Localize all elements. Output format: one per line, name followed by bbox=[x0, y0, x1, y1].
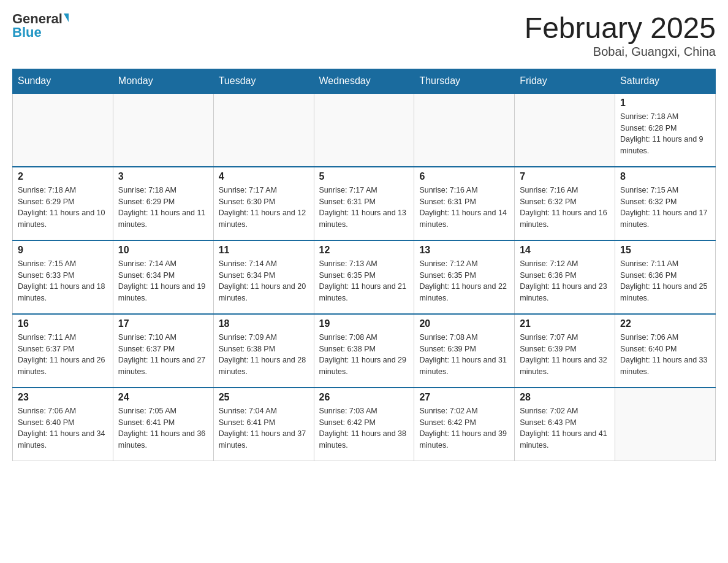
calendar-cell: 22Sunrise: 7:06 AMSunset: 6:40 PMDayligh… bbox=[615, 314, 716, 388]
day-info: Sunrise: 7:02 AMSunset: 6:42 PMDaylight:… bbox=[419, 405, 509, 451]
calendar-cell: 27Sunrise: 7:02 AMSunset: 6:42 PMDayligh… bbox=[414, 388, 515, 461]
day-of-week-header: Friday bbox=[515, 69, 615, 93]
day-number: 27 bbox=[419, 392, 509, 403]
day-info: Sunrise: 7:18 AMSunset: 6:29 PMDaylight:… bbox=[18, 185, 108, 231]
day-of-week-header: Thursday bbox=[414, 69, 515, 93]
day-number: 15 bbox=[620, 245, 710, 256]
day-number: 13 bbox=[419, 245, 509, 256]
day-number: 12 bbox=[319, 245, 409, 256]
calendar-cell: 26Sunrise: 7:03 AMSunset: 6:42 PMDayligh… bbox=[314, 388, 414, 461]
page-header: General Blue February 2025 Bobai, Guangx… bbox=[12, 12, 716, 59]
day-info: Sunrise: 7:04 AMSunset: 6:41 PMDaylight:… bbox=[219, 405, 309, 451]
day-of-week-header: Sunday bbox=[13, 69, 113, 93]
week-row: 2Sunrise: 7:18 AMSunset: 6:29 PMDaylight… bbox=[13, 167, 716, 240]
day-number: 7 bbox=[520, 171, 610, 182]
day-info: Sunrise: 7:14 AMSunset: 6:34 PMDaylight:… bbox=[219, 258, 309, 304]
calendar-cell: 10Sunrise: 7:14 AMSunset: 6:34 PMDayligh… bbox=[113, 240, 213, 314]
day-info: Sunrise: 7:18 AMSunset: 6:28 PMDaylight:… bbox=[620, 111, 710, 157]
day-number: 6 bbox=[419, 171, 509, 182]
day-number: 5 bbox=[319, 171, 409, 182]
calendar-cell: 25Sunrise: 7:04 AMSunset: 6:41 PMDayligh… bbox=[213, 388, 314, 461]
week-row: 23Sunrise: 7:06 AMSunset: 6:40 PMDayligh… bbox=[13, 388, 716, 461]
calendar-cell: 3Sunrise: 7:18 AMSunset: 6:29 PMDaylight… bbox=[113, 167, 213, 240]
calendar-cell bbox=[113, 93, 213, 167]
logo-blue-text: Blue bbox=[12, 26, 42, 39]
calendar-cell: 13Sunrise: 7:12 AMSunset: 6:35 PMDayligh… bbox=[414, 240, 515, 314]
calendar-cell: 6Sunrise: 7:16 AMSunset: 6:31 PMDaylight… bbox=[414, 167, 515, 240]
day-number: 17 bbox=[118, 318, 208, 329]
day-number: 22 bbox=[620, 318, 710, 329]
calendar-cell: 19Sunrise: 7:08 AMSunset: 6:38 PMDayligh… bbox=[314, 314, 414, 388]
day-info: Sunrise: 7:18 AMSunset: 6:29 PMDaylight:… bbox=[118, 185, 208, 231]
calendar-cell bbox=[615, 388, 716, 461]
month-title: February 2025 bbox=[525, 12, 716, 45]
calendar-cell bbox=[515, 93, 615, 167]
calendar-cell bbox=[414, 93, 515, 167]
day-info: Sunrise: 7:14 AMSunset: 6:34 PMDaylight:… bbox=[118, 258, 208, 304]
day-info: Sunrise: 7:16 AMSunset: 6:31 PMDaylight:… bbox=[419, 185, 509, 231]
day-number: 8 bbox=[620, 171, 710, 182]
day-info: Sunrise: 7:02 AMSunset: 6:43 PMDaylight:… bbox=[520, 405, 610, 451]
calendar-cell: 5Sunrise: 7:17 AMSunset: 6:31 PMDaylight… bbox=[314, 167, 414, 240]
calendar-cell bbox=[13, 93, 113, 167]
calendar-cell: 20Sunrise: 7:08 AMSunset: 6:39 PMDayligh… bbox=[414, 314, 515, 388]
day-of-week-header: Tuesday bbox=[213, 69, 314, 93]
day-number: 2 bbox=[18, 171, 108, 182]
day-number: 1 bbox=[620, 98, 710, 109]
location-title: Bobai, Guangxi, China bbox=[525, 45, 716, 59]
calendar-cell: 12Sunrise: 7:13 AMSunset: 6:35 PMDayligh… bbox=[314, 240, 414, 314]
day-info: Sunrise: 7:16 AMSunset: 6:32 PMDaylight:… bbox=[520, 185, 610, 231]
day-number: 10 bbox=[118, 245, 208, 256]
day-info: Sunrise: 7:15 AMSunset: 6:32 PMDaylight:… bbox=[620, 185, 710, 231]
day-of-week-header: Wednesday bbox=[314, 69, 414, 93]
day-info: Sunrise: 7:11 AMSunset: 6:36 PMDaylight:… bbox=[620, 258, 710, 304]
day-info: Sunrise: 7:06 AMSunset: 6:40 PMDaylight:… bbox=[18, 405, 108, 451]
calendar-cell: 24Sunrise: 7:05 AMSunset: 6:41 PMDayligh… bbox=[113, 388, 213, 461]
day-info: Sunrise: 7:12 AMSunset: 6:36 PMDaylight:… bbox=[520, 258, 610, 304]
day-info: Sunrise: 7:06 AMSunset: 6:40 PMDaylight:… bbox=[620, 332, 710, 378]
day-number: 24 bbox=[118, 392, 208, 403]
day-number: 3 bbox=[118, 171, 208, 182]
day-info: Sunrise: 7:09 AMSunset: 6:38 PMDaylight:… bbox=[219, 332, 309, 378]
day-info: Sunrise: 7:08 AMSunset: 6:39 PMDaylight:… bbox=[419, 332, 509, 378]
day-info: Sunrise: 7:03 AMSunset: 6:42 PMDaylight:… bbox=[319, 405, 409, 451]
day-info: Sunrise: 7:15 AMSunset: 6:33 PMDaylight:… bbox=[18, 258, 108, 304]
logo-general-text: General bbox=[12, 12, 63, 26]
day-number: 20 bbox=[419, 318, 509, 329]
calendar-cell: 8Sunrise: 7:15 AMSunset: 6:32 PMDaylight… bbox=[615, 167, 716, 240]
calendar-cell: 17Sunrise: 7:10 AMSunset: 6:37 PMDayligh… bbox=[113, 314, 213, 388]
calendar-cell: 7Sunrise: 7:16 AMSunset: 6:32 PMDaylight… bbox=[515, 167, 615, 240]
day-number: 14 bbox=[520, 245, 610, 256]
calendar-cell bbox=[213, 93, 314, 167]
calendar-cell: 11Sunrise: 7:14 AMSunset: 6:34 PMDayligh… bbox=[213, 240, 314, 314]
day-number: 19 bbox=[319, 318, 409, 329]
day-of-week-header: Monday bbox=[113, 69, 213, 93]
calendar-header-row: SundayMondayTuesdayWednesdayThursdayFrid… bbox=[13, 69, 716, 93]
calendar-cell: 28Sunrise: 7:02 AMSunset: 6:43 PMDayligh… bbox=[515, 388, 615, 461]
day-number: 21 bbox=[520, 318, 610, 329]
calendar-cell: 9Sunrise: 7:15 AMSunset: 6:33 PMDaylight… bbox=[13, 240, 113, 314]
day-info: Sunrise: 7:17 AMSunset: 6:31 PMDaylight:… bbox=[319, 185, 409, 231]
calendar-cell: 21Sunrise: 7:07 AMSunset: 6:39 PMDayligh… bbox=[515, 314, 615, 388]
day-number: 16 bbox=[18, 318, 108, 329]
calendar-cell: 18Sunrise: 7:09 AMSunset: 6:38 PMDayligh… bbox=[213, 314, 314, 388]
day-number: 25 bbox=[219, 392, 309, 403]
calendar-table: SundayMondayTuesdayWednesdayThursdayFrid… bbox=[12, 69, 716, 462]
day-number: 28 bbox=[520, 392, 610, 403]
day-info: Sunrise: 7:07 AMSunset: 6:39 PMDaylight:… bbox=[520, 332, 610, 378]
day-info: Sunrise: 7:17 AMSunset: 6:30 PMDaylight:… bbox=[219, 185, 309, 231]
day-number: 26 bbox=[319, 392, 409, 403]
logo: General Blue bbox=[12, 12, 69, 39]
day-number: 23 bbox=[18, 392, 108, 403]
day-info: Sunrise: 7:10 AMSunset: 6:37 PMDaylight:… bbox=[118, 332, 208, 378]
day-number: 4 bbox=[219, 171, 309, 182]
day-info: Sunrise: 7:05 AMSunset: 6:41 PMDaylight:… bbox=[118, 405, 208, 451]
day-info: Sunrise: 7:08 AMSunset: 6:38 PMDaylight:… bbox=[319, 332, 409, 378]
calendar-cell: 15Sunrise: 7:11 AMSunset: 6:36 PMDayligh… bbox=[615, 240, 716, 314]
calendar-cell: 1Sunrise: 7:18 AMSunset: 6:28 PMDaylight… bbox=[615, 93, 716, 167]
week-row: 16Sunrise: 7:11 AMSunset: 6:37 PMDayligh… bbox=[13, 314, 716, 388]
day-number: 9 bbox=[18, 245, 108, 256]
title-block: February 2025 Bobai, Guangxi, China bbox=[525, 12, 716, 59]
day-of-week-header: Saturday bbox=[615, 69, 716, 93]
calendar-cell: 23Sunrise: 7:06 AMSunset: 6:40 PMDayligh… bbox=[13, 388, 113, 461]
